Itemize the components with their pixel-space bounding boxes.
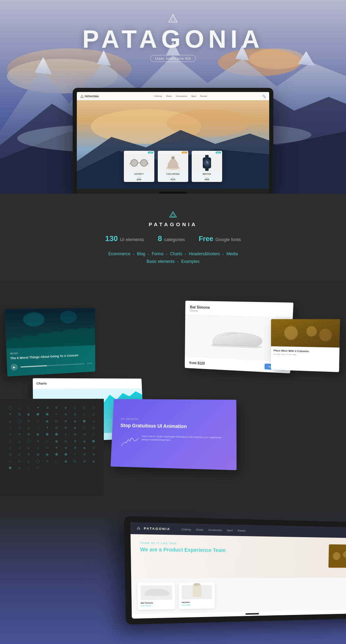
laptop-card-hat: Sale FJÄLLRÄVEN — [158, 151, 188, 182]
symbol-item: ⊗ — [63, 426, 69, 430]
symbol-item: ⬡ — [16, 459, 23, 463]
symbol-item: ⌬ — [7, 452, 13, 457]
stat-fonts: Free Google fonts — [199, 235, 241, 243]
laptop-notch — [159, 192, 187, 194]
symbol-item: ✕ — [16, 432, 23, 436]
tablet-home-button — [245, 613, 259, 615]
symbol-item: ⊛ — [81, 452, 88, 457]
hero-section: PATAGONIA User Interface Kit — [0, 0, 346, 194]
svg-point-20 — [131, 159, 138, 166]
info-logo-text: PATAGONIA — [149, 221, 198, 227]
tablet-mockup: PATAGONIA Clothing Shoes Accessories Spo… — [131, 520, 346, 622]
stat-number-free: Free — [199, 235, 213, 243]
symbols-grid: ◯△□✦⊕⊗◈⬡⌬◇✕⊞◉⬟⬢⌖⊛⊜◌⬡△◯✕□◉⌬⊕◈⬢◇◌⬡△□✦⊕⊗◈⬡⌬… — [0, 399, 104, 477]
mock-blog-card: MUSIC The 6 Worst Things About Going To … — [4, 308, 95, 376]
symbol-item: ⬢ — [53, 432, 60, 436]
laptop-card-glasses: New — [124, 151, 154, 182]
tablet-products: Bal Simone from $120 Hackett f — [131, 578, 346, 614]
laptop-cards: New — [124, 151, 222, 182]
symbol-item: ◉ — [35, 432, 41, 436]
mock-chart-title: Charts — [36, 382, 138, 385]
cat-dot-3: • — [166, 252, 167, 256]
symbol-item: ◌ — [7, 459, 13, 463]
cat-media[interactable]: Media — [226, 251, 238, 256]
tablet-hero-image — [328, 544, 346, 568]
symbol-item: ⊗ — [53, 406, 60, 410]
tablet-outer: PATAGONIA Clothing Shoes Accessories Spo… — [124, 516, 346, 625]
stat-label-categories: categories — [164, 237, 185, 242]
cat-ecommerce[interactable]: Ecommerce — [108, 251, 130, 256]
cat-charts[interactable]: Charts — [170, 251, 182, 256]
symbol-item: ⊗ — [72, 446, 79, 450]
symbol-item: ⊕ — [81, 459, 88, 463]
symbol-item: ◇ — [90, 419, 97, 423]
info-categories: Ecommerce • Blog • Forms • Charts • Head… — [108, 251, 238, 256]
info-stats: 130 UI elements 8 categories Free Google… — [105, 234, 241, 243]
symbol-item: ⌬ — [90, 426, 97, 430]
symbol-item: ⌬ — [53, 419, 60, 423]
symbol-item: ⬢ — [63, 452, 69, 457]
symbol-item: □ — [26, 406, 32, 410]
symbol-item: ◌ — [81, 412, 88, 416]
symbol-item: ⌖ — [72, 452, 79, 457]
symbol-item: ⊕ — [53, 426, 60, 430]
stat-ui-elements: 130 UI elements — [105, 234, 144, 243]
mock-purple-card: UX DESIGN Stop Gratuitous UI Animation L… — [110, 399, 236, 470]
symbol-item: ⊞ — [35, 452, 41, 457]
symbol-item: ⬡ — [72, 406, 79, 410]
info-logo: PATAGONIA — [149, 211, 198, 227]
laptop-card-watch: New — [192, 151, 222, 182]
tablet-nav-logo: PATAGONIA — [137, 526, 171, 531]
progress-bar — [20, 363, 84, 367]
cat-examples[interactable]: Examples — [181, 259, 200, 264]
tablet-section: PATAGONIA Clothing Shoes Accessories Spo… — [0, 509, 346, 644]
laptop-search-icon: 🔍 — [262, 95, 266, 98]
mountain-icon — [168, 14, 178, 25]
tablet-hero: Think of it like this: We are a Product … — [130, 534, 346, 578]
cat-blog[interactable]: Blog — [137, 251, 145, 256]
play-icon: ▶ — [10, 364, 18, 371]
symbol-item: ⊛ — [63, 412, 69, 416]
cat-dot-4: • — [185, 252, 186, 256]
tablet-product-2: Hackett from $85 — [179, 582, 215, 609]
tablet-prod-price-1: from $120 — [141, 604, 172, 607]
symbol-item: ⌬ — [72, 459, 79, 463]
stat-categories: 8 categories — [158, 234, 185, 243]
stat-number-8: 8 — [158, 234, 162, 243]
symbol-item: ◉ — [44, 419, 51, 423]
symbol-item: ⬡ — [26, 446, 32, 450]
cat-forms[interactable]: Forms — [152, 251, 164, 256]
hero-title: PATAGONIA — [82, 27, 264, 52]
symbol-item: ⬢ — [7, 466, 13, 470]
cat-basic[interactable]: Basic elements — [147, 259, 175, 264]
mock-blog-image — [4, 308, 95, 349]
symbol-item: ◌ — [26, 466, 32, 470]
laptop-nav-logo: PATAGONIA — [80, 95, 99, 98]
symbol-item: ⌖ — [53, 412, 60, 416]
mock-symbols-panel: ◯△□✦⊕⊗◈⬡⌬◇✕⊞◉⬟⬢⌖⊛⊜◌⬡△◯✕□◉⌬⊕◈⬢◇◌⬡△□✦⊕⊗◈⬡⌬… — [0, 399, 104, 496]
symbol-item: ✕ — [35, 439, 41, 443]
symbol-item: ⬡ — [81, 426, 88, 430]
mockup-container: MUSIC The 6 Worst Things About Going To … — [0, 295, 346, 496]
symbol-item: ⬢ — [44, 412, 51, 416]
symbol-item: ◌ — [7, 426, 13, 430]
svg-rect-28 — [205, 168, 209, 171]
symbol-item: ◯ — [35, 459, 41, 463]
symbol-item: ◯ — [7, 406, 13, 410]
symbol-item: ⬡ — [90, 412, 97, 416]
symbol-item: △ — [26, 459, 32, 463]
tablet-container: PATAGONIA Clothing Shoes Accessories Spo… — [0, 509, 346, 644]
symbol-item: □ — [44, 439, 51, 443]
symbol-item: ◈ — [72, 419, 79, 423]
symbol-item: ✕ — [44, 459, 51, 463]
symbol-item: ◈ — [81, 439, 88, 443]
cat-headers[interactable]: Headers&footers — [189, 251, 220, 256]
symbol-item: ◈ — [90, 459, 97, 463]
progress-fill — [20, 365, 47, 368]
symbol-item: ✕ — [26, 452, 32, 457]
tablet-nav-links: Clothing Shoes Accessories Sport Brands — [182, 528, 246, 532]
laptop-screen: PATAGONIA Clothing Shoes Accessories Spo… — [77, 92, 269, 189]
symbol-item: ◇ — [16, 452, 23, 457]
cat-dot-5: • — [223, 252, 224, 256]
symbol-item: □ — [35, 419, 41, 423]
